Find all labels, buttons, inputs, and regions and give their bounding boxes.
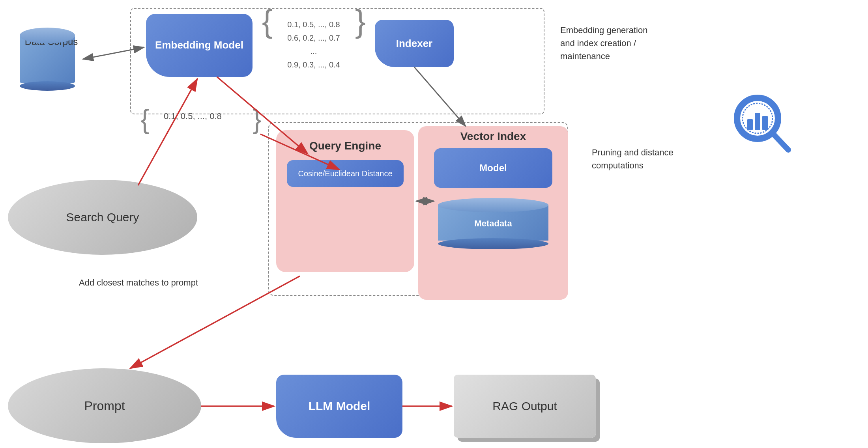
query-engine-label: Query Engine [309, 140, 381, 152]
curly-brace-close-top: } [355, 6, 366, 37]
vector-numbers-top: 0.1, 0.5, ..., 0.8 0.6, 0.2, ..., 0.7 ..… [268, 18, 359, 71]
prompt-label: Prompt [84, 399, 125, 413]
svg-rect-2 [747, 119, 753, 130]
model-label: Model [479, 162, 507, 174]
vector-index-area: Vector Index Model Metadata [418, 126, 568, 300]
rag-label: RAG Output [492, 399, 557, 413]
vector-index-label: Vector Index [460, 130, 526, 143]
metadata-cylinder: Metadata [438, 198, 548, 249]
metadata-label: Metadata [474, 218, 512, 229]
cosine-box: Cosine/Euclidean Distance [287, 160, 403, 187]
cylinder-top [20, 28, 75, 43]
vector-line1: 0.1, 0.5, ..., 0.8 [268, 18, 359, 31]
svg-line-5 [774, 135, 788, 150]
meta-cyl-top [438, 198, 548, 212]
curly-mid-close: } [253, 106, 262, 133]
data-corpus [16, 24, 79, 95]
prompt-ellipse: Prompt [8, 368, 201, 443]
mag-glass-icon [730, 91, 793, 154]
data-corpus-cylinder [20, 28, 75, 91]
meta-cyl-bottom [438, 238, 548, 249]
indexer-box: Indexer [375, 20, 454, 67]
cylinder-bottom [20, 81, 75, 91]
llm-model-box: LLM Model [276, 375, 402, 438]
vector-line2: 0.6, 0.2, ..., 0.7 [268, 31, 359, 45]
svg-rect-3 [755, 113, 760, 130]
search-query-ellipse: Search Query [8, 180, 197, 255]
add-closest-text: Add closest matches to prompt [79, 276, 198, 289]
rag-output-box: RAG Output [454, 375, 596, 438]
query-engine-box: Query Engine Cosine/Euclidean Distance [276, 130, 414, 272]
embedding-model-label: Embedding Model [155, 39, 243, 52]
annotation-top-right: Embedding generation and index creation … [560, 24, 663, 63]
vector-numbers-mid: 0.1, 0.5, ..., 0.8 [164, 111, 222, 121]
model-box: Model [434, 148, 552, 188]
llm-label: LLM Model [309, 399, 370, 413]
diagram-container: Data Corpus Embedding Model { 0.1, 0.5, … [0, 0, 868, 448]
search-query-label: Search Query [66, 211, 139, 224]
svg-rect-4 [762, 116, 768, 130]
annotation-mid-right: Pruning and distance computations [592, 146, 694, 172]
vector-line4: 0.9, 0.3, ..., 0.4 [268, 58, 359, 71]
embedding-model-box: Embedding Model [146, 14, 253, 77]
indexer-label: Indexer [396, 37, 433, 50]
vector-line3: ... [268, 45, 359, 58]
curly-mid-open: { [140, 106, 150, 133]
